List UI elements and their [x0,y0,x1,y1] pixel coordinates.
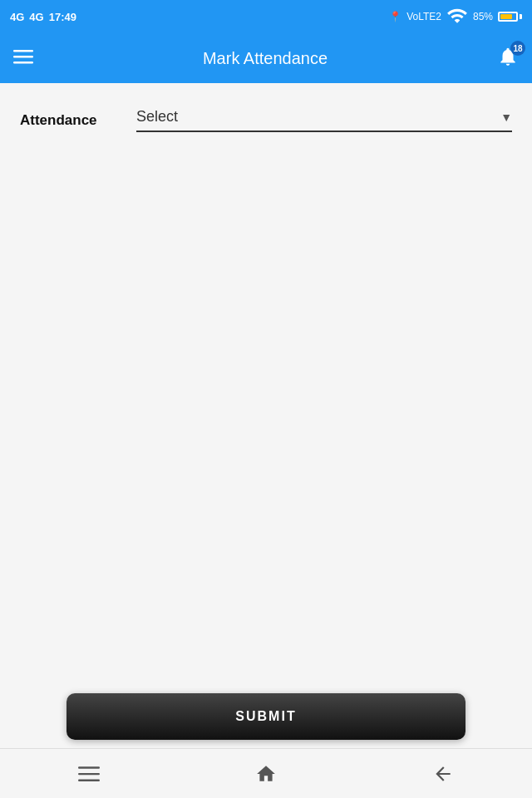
wifi-icon [446,5,468,29]
battery-percentage: 85% [473,11,493,22]
bottom-home-icon[interactable] [246,754,286,794]
attendance-label: Attendance [20,112,120,129]
attendance-select[interactable]: Select ▼ [136,108,512,132]
status-right: 📍 VoLTE2 85% [389,5,522,29]
app-bar: Mark Attendance 18 [0,33,532,83]
bottom-back-icon[interactable] [423,754,463,794]
time-display: 17:49 [49,11,76,23]
network-indicator: 4G [10,11,24,23]
location-icon: 📍 [389,11,401,22]
submit-area: SUBMIT [0,693,532,740]
select-value: Select [136,108,500,126]
network-indicator-2: 4G [29,11,43,23]
network-type: VoLTE2 [406,11,441,22]
main-content: Attendance Select ▼ [0,83,532,748]
attendance-row: Attendance Select ▼ [20,108,512,132]
bottom-nav [0,748,532,798]
svg-rect-5 [78,779,100,781]
status-bar: 4G 4G 17:49 📍 VoLTE2 85% [0,0,532,33]
svg-rect-3 [78,766,100,768]
battery-icon [498,12,522,22]
svg-rect-2 [13,62,33,64]
chevron-down-icon: ▼ [500,111,512,124]
submit-button[interactable]: SUBMIT [66,693,466,740]
svg-rect-1 [13,56,33,58]
status-left: 4G 4G 17:49 [10,11,76,23]
hamburger-menu-icon[interactable] [13,47,33,70]
notification-badge: 18 [510,41,525,56]
svg-rect-4 [78,772,100,774]
page-title: Mark Attendance [47,49,484,68]
bottom-menu-icon[interactable] [69,754,109,794]
svg-rect-0 [13,50,33,52]
notification-button[interactable]: 18 [497,46,519,71]
